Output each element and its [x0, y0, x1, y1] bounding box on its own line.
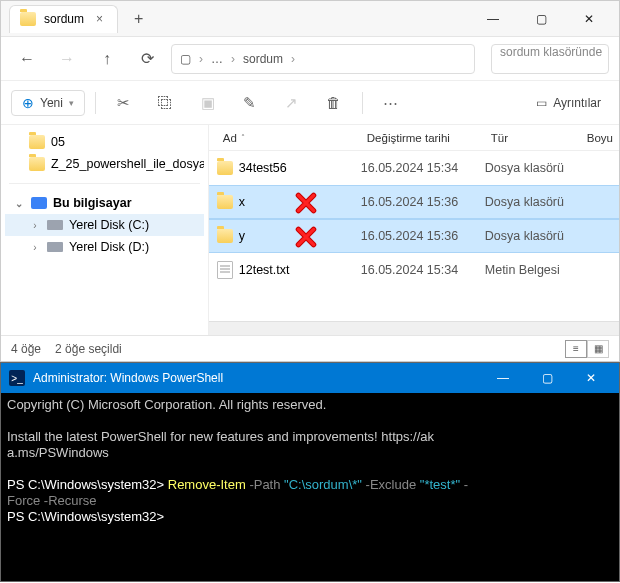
new-label: Yeni [40, 96, 63, 110]
sidebar-pc-label: Bu bilgisayar [53, 196, 132, 210]
share-button[interactable]: ↗ [274, 87, 310, 119]
cut-button[interactable]: ✂ [106, 87, 142, 119]
folder-icon [29, 135, 45, 149]
tab-label: sordum [44, 12, 84, 26]
minimize-button[interactable]: — [483, 366, 523, 390]
statusbar: 4 öğe 2 öğe seçildi ≡ ▦ [1, 335, 619, 361]
column-name[interactable]: Ad ˄ [217, 132, 361, 144]
chevron-down-icon: ⌄ [13, 198, 25, 209]
file-type: Dosya klasörü [485, 229, 581, 243]
file-date: 16.05.2024 15:34 [361, 263, 485, 277]
column-type[interactable]: Tür [485, 132, 581, 144]
sidebar-drive-c[interactable]: › Yerel Disk (C:) [5, 214, 204, 236]
chevron-right-icon: › [29, 220, 41, 231]
maximize-button[interactable]: ▢ [527, 366, 567, 390]
sidebar-item-05[interactable]: 05 [5, 131, 204, 153]
folder-icon [217, 229, 233, 243]
sidebar: 05 Z_25_powershell_ile_dosya ⌄ Bu bilgis… [1, 125, 209, 335]
powershell-icon: >_ [9, 370, 25, 386]
explorer-window: sordum × + — ▢ ✕ ← → ↑ ⟳ ▢ › … › sordum … [0, 0, 620, 362]
navbar: ← → ↑ ⟳ ▢ › … › sordum › sordum klasörün… [1, 37, 619, 81]
powershell-terminal[interactable]: Copyright (C) Microsoft Corporation. All… [1, 393, 619, 529]
file-date: 16.05.2024 15:34 [361, 161, 485, 175]
disk-icon [47, 242, 63, 252]
file-name: 12test.txt [239, 263, 290, 277]
file-row[interactable]: x16.05.2024 15:36Dosya klasörü [209, 185, 619, 219]
powershell-title: Administrator: Windows PowerShell [33, 371, 223, 385]
details-button[interactable]: ▭ Ayrıntılar [528, 92, 609, 114]
refresh-button[interactable]: ⟳ [131, 43, 163, 75]
file-date: 16.05.2024 15:36 [361, 229, 485, 243]
column-size[interactable]: Boyu [581, 132, 619, 144]
breadcrumb[interactable]: ▢ › … › sordum › [171, 44, 475, 74]
forward-button[interactable]: → [51, 43, 83, 75]
more-button[interactable]: ⋯ [373, 87, 409, 119]
view-icons-button[interactable]: ▦ [587, 340, 609, 358]
chevron-down-icon: ▾ [69, 98, 74, 108]
paste-button[interactable]: ▣ [190, 87, 226, 119]
sort-up-icon: ˄ [241, 133, 245, 142]
folder-icon [217, 161, 233, 175]
up-button[interactable]: ↑ [91, 43, 123, 75]
powershell-titlebar[interactable]: >_ Administrator: Windows PowerShell — ▢… [1, 363, 619, 393]
file-name: y [239, 229, 245, 243]
breadcrumb-folder[interactable]: sordum [243, 52, 283, 66]
chevron-right-icon: › [199, 52, 203, 66]
file-row[interactable]: 12test.txt16.05.2024 15:34Metin Belgesi [209, 253, 619, 287]
close-button[interactable]: ✕ [571, 366, 611, 390]
selected-count: 2 öğe seçildi [55, 342, 122, 356]
folder-icon [217, 195, 233, 209]
horizontal-scrollbar[interactable] [209, 321, 619, 335]
file-pane: Ad ˄ Değiştirme tarihi Tür Boyu 34test56… [209, 125, 619, 335]
item-count: 4 öğe [11, 342, 41, 356]
file-name: x [239, 195, 245, 209]
toolbar: ⊕ Yeni ▾ ✂ ⿻ ▣ ✎ ↗ 🗑 ⋯ ▭ Ayrıntılar [1, 81, 619, 125]
details-icon: ▭ [536, 96, 547, 110]
column-date[interactable]: Değiştirme tarihi [361, 132, 485, 144]
chevron-right-icon: › [29, 242, 41, 253]
file-name: 34test56 [239, 161, 287, 175]
sidebar-drive-label: Yerel Disk (D:) [69, 240, 149, 254]
breadcrumb-dots[interactable]: … [211, 52, 223, 66]
folder-icon [29, 157, 45, 171]
plus-icon: ⊕ [22, 95, 34, 111]
file-row[interactable]: 34test5616.05.2024 15:34Dosya klasörü [209, 151, 619, 185]
pc-icon [31, 197, 47, 209]
column-headers[interactable]: Ad ˄ Değiştirme tarihi Tür Boyu [209, 125, 619, 151]
sidebar-item-z25[interactable]: Z_25_powershell_ile_dosya [5, 153, 204, 175]
file-type: Metin Belgesi [485, 263, 581, 277]
chevron-right-icon: › [231, 52, 235, 66]
back-button[interactable]: ← [11, 43, 43, 75]
view-details-button[interactable]: ≡ [565, 340, 587, 358]
folder-icon [20, 12, 36, 26]
new-button[interactable]: ⊕ Yeni ▾ [11, 90, 85, 116]
close-icon[interactable]: × [92, 12, 107, 26]
powershell-window: >_ Administrator: Windows PowerShell — ▢… [0, 362, 620, 582]
maximize-button[interactable]: ▢ [519, 5, 563, 33]
sidebar-this-pc[interactable]: ⌄ Bu bilgisayar [5, 192, 204, 214]
sidebar-item-label: Z_25_powershell_ile_dosya [51, 157, 204, 171]
minimize-button[interactable]: — [471, 5, 515, 33]
pc-icon: ▢ [180, 52, 191, 66]
details-label: Ayrıntılar [553, 96, 601, 110]
textfile-icon [217, 261, 233, 279]
file-type: Dosya klasörü [485, 161, 581, 175]
rename-button[interactable]: ✎ [232, 87, 268, 119]
sidebar-drive-d[interactable]: › Yerel Disk (D:) [5, 236, 204, 258]
search-input[interactable]: sordum klasöründe [491, 44, 609, 74]
file-row[interactable]: y16.05.2024 15:36Dosya klasörü [209, 219, 619, 253]
new-tab-button[interactable]: + [126, 6, 151, 32]
sidebar-item-label: 05 [51, 135, 65, 149]
copy-button[interactable]: ⿻ [148, 87, 184, 119]
disk-icon [47, 220, 63, 230]
file-date: 16.05.2024 15:36 [361, 195, 485, 209]
file-type: Dosya klasörü [485, 195, 581, 209]
titlebar[interactable]: sordum × + — ▢ ✕ [1, 1, 619, 37]
chevron-right-icon: › [291, 52, 295, 66]
tab-sordum[interactable]: sordum × [9, 5, 118, 33]
sidebar-drive-label: Yerel Disk (C:) [69, 218, 149, 232]
close-button[interactable]: ✕ [567, 5, 611, 33]
delete-button[interactable]: 🗑 [316, 87, 352, 119]
